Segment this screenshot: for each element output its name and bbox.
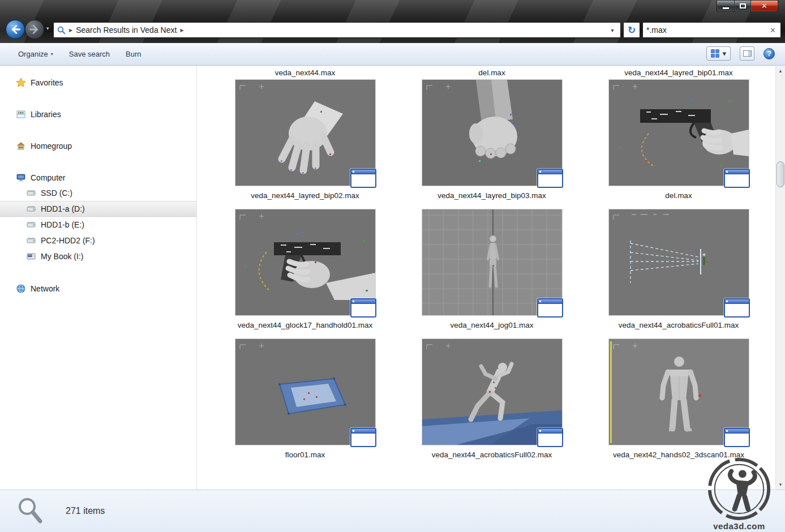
maximize-icon bbox=[740, 3, 746, 8]
max-file-icon bbox=[350, 428, 376, 447]
sidebar-item-mybook-i[interactable]: WD My Book (I:) bbox=[0, 248, 196, 264]
sidebar-item-network[interactable]: Network bbox=[0, 281, 196, 296]
close-button[interactable]: ✕ bbox=[751, 0, 778, 12]
clear-search-icon[interactable]: ✕ bbox=[769, 26, 777, 35]
drive-icon bbox=[26, 235, 36, 246]
file-name[interactable]: floor01.max bbox=[285, 449, 325, 461]
libraries-icon bbox=[16, 109, 26, 119]
file-thumbnail bbox=[422, 209, 562, 315]
file-name[interactable]: veda_next44_glock17_handhold01.max bbox=[238, 319, 373, 331]
file-thumbnail bbox=[422, 80, 562, 186]
sidebar-item-hdd1b-e[interactable]: HDD1-b (E:) bbox=[0, 217, 196, 233]
search-input[interactable] bbox=[646, 25, 769, 35]
file-thumbnail bbox=[235, 80, 375, 186]
forward-button[interactable] bbox=[25, 20, 44, 39]
sidebar-item-favorites[interactable]: Favorites bbox=[0, 75, 196, 90]
file-tile[interactable]: veda_next42_hands02_3dscan01.max bbox=[585, 339, 772, 461]
file-tile[interactable]: veda_next44_jog01.max bbox=[398, 209, 585, 331]
file-thumbnail bbox=[609, 80, 749, 186]
sidebar-item-label: Homegroup bbox=[31, 141, 72, 151]
chevron-down-icon: ▾ bbox=[722, 49, 726, 58]
back-button[interactable] bbox=[6, 20, 25, 39]
partial-row-labels: veda_next44.max del.max veda_next44_layr… bbox=[197, 68, 775, 77]
drive-icon bbox=[26, 188, 36, 198]
maximize-button[interactable] bbox=[734, 0, 751, 12]
sidebar-item-label: PC2-HDD2 (F:) bbox=[41, 236, 95, 245]
file-name[interactable]: del.max bbox=[665, 190, 692, 201]
max-file-icon bbox=[724, 169, 750, 188]
sidebar-item-hdd1a-d[interactable]: HDD1-a (D:) bbox=[0, 201, 196, 217]
homegroup-icon bbox=[16, 141, 26, 151]
file-name[interactable]: veda_next44_jog01.max bbox=[450, 319, 533, 331]
drive-icon bbox=[26, 220, 36, 230]
computer-icon bbox=[16, 173, 26, 183]
file-name[interactable]: veda_next44_acrobaticsFull01.max bbox=[619, 319, 739, 331]
file-tile[interactable]: veda_next44_acrobaticsFull01.max bbox=[585, 209, 772, 331]
network-icon bbox=[16, 284, 26, 294]
save-search-button[interactable]: Save search bbox=[61, 46, 118, 62]
file-name[interactable]: veda_next44_layred_bip03.max bbox=[437, 190, 546, 201]
close-icon: ✕ bbox=[761, 2, 767, 10]
file-name[interactable]: veda_next44_layred_bip01.max bbox=[624, 68, 732, 77]
search-box[interactable]: ✕ bbox=[642, 22, 781, 38]
scrollbar-thumb[interactable] bbox=[777, 161, 784, 187]
file-tile[interactable]: del.max bbox=[585, 80, 772, 201]
file-name[interactable]: veda_next44_acrobaticsFull02.max bbox=[432, 449, 552, 461]
organize-menu[interactable]: Organize ▾ bbox=[10, 46, 61, 62]
scroll-up-icon[interactable]: ▲ bbox=[776, 66, 785, 76]
max-file-icon bbox=[724, 298, 750, 318]
sidebar-item-homegroup[interactable]: Homegroup bbox=[0, 139, 196, 153]
vertical-scrollbar[interactable]: ▲ ▼ bbox=[775, 66, 785, 490]
address-bar[interactable]: ▶ Search Results in Veda Next ▶ ▾ bbox=[53, 22, 621, 38]
file-tile[interactable]: veda_next44_layred_bip02.max bbox=[212, 80, 398, 201]
sidebar-item-pc2hdd2-f[interactable]: PC2-HDD2 (F:) bbox=[0, 233, 196, 248]
preview-pane-button[interactable] bbox=[740, 46, 754, 61]
max-file-icon bbox=[537, 169, 563, 188]
explorer-window: ✕ ▾ ▶ Search Results in Veda Next bbox=[0, 0, 785, 532]
search-icon bbox=[57, 26, 66, 35]
sidebar-item-libraries[interactable]: Libraries bbox=[0, 107, 196, 122]
breadcrumb[interactable]: Search Results in Veda Next bbox=[76, 25, 177, 35]
refresh-button[interactable]: ↻ bbox=[623, 22, 640, 38]
item-count: 271 items bbox=[66, 506, 105, 516]
breadcrumb-arrow-icon[interactable]: ▶ bbox=[69, 28, 72, 33]
window-controls: ✕ bbox=[717, 0, 778, 12]
max-file-icon bbox=[350, 169, 376, 188]
veda3d-logo-icon bbox=[705, 456, 774, 522]
breadcrumb-arrow-icon[interactable]: ▶ bbox=[180, 28, 183, 33]
file-thumbnail bbox=[422, 339, 562, 445]
history-dropdown[interactable]: ▾ bbox=[46, 25, 49, 31]
sidebar-item-ssd-c[interactable]: SSD (C:) bbox=[0, 185, 196, 201]
minimize-icon bbox=[723, 7, 729, 9]
file-thumbnail bbox=[235, 339, 375, 445]
navigation-pane: Favorites Libraries Homegroup Computer bbox=[0, 66, 197, 490]
file-name[interactable]: veda_next44.max bbox=[275, 68, 336, 77]
toolbar-right-cluster: ▾ ? bbox=[706, 46, 775, 61]
file-name[interactable]: veda_next44_layred_bip02.max bbox=[251, 190, 359, 201]
file-list-area: veda_next44.max del.max veda_next44_layr… bbox=[197, 66, 775, 490]
file-tile[interactable]: veda_next44_glock17_handhold01.max bbox=[212, 209, 398, 331]
wd-drive-icon: WD bbox=[26, 251, 36, 261]
minimize-button[interactable] bbox=[717, 0, 734, 12]
help-button[interactable]: ? bbox=[763, 48, 775, 59]
window-chrome: ✕ ▾ ▶ Search Results in Veda Next bbox=[0, 0, 785, 43]
sidebar-item-label: My Book (I:) bbox=[41, 252, 83, 261]
organize-label: Organize bbox=[18, 50, 48, 58]
sidebar-item-label: HDD1-b (E:) bbox=[41, 220, 84, 229]
back-arrow-icon bbox=[6, 20, 24, 39]
drive-icon bbox=[26, 204, 36, 214]
file-tile[interactable]: veda_next44_acrobaticsFull02.max bbox=[398, 339, 585, 461]
sidebar-item-label: Network bbox=[31, 284, 59, 293]
watermark-text: veda3d.com bbox=[697, 521, 782, 531]
change-view-button[interactable]: ▾ bbox=[706, 46, 731, 61]
address-dropdown-icon[interactable]: ▾ bbox=[608, 27, 617, 33]
file-name[interactable]: del.max bbox=[478, 68, 505, 77]
sidebar-item-computer[interactable]: Computer bbox=[0, 170, 196, 185]
thumbnail-grid: veda_next44_layred_bip02.max bbox=[197, 80, 775, 461]
file-tile[interactable]: floor01.max bbox=[212, 339, 398, 461]
sidebar-item-label: Libraries bbox=[31, 110, 61, 119]
file-tile[interactable]: veda_next44_layred_bip03.max bbox=[398, 80, 585, 201]
file-thumbnail bbox=[609, 339, 749, 445]
sidebar-item-label: SSD (C:) bbox=[41, 188, 72, 198]
burn-button[interactable]: Burn bbox=[118, 46, 149, 62]
